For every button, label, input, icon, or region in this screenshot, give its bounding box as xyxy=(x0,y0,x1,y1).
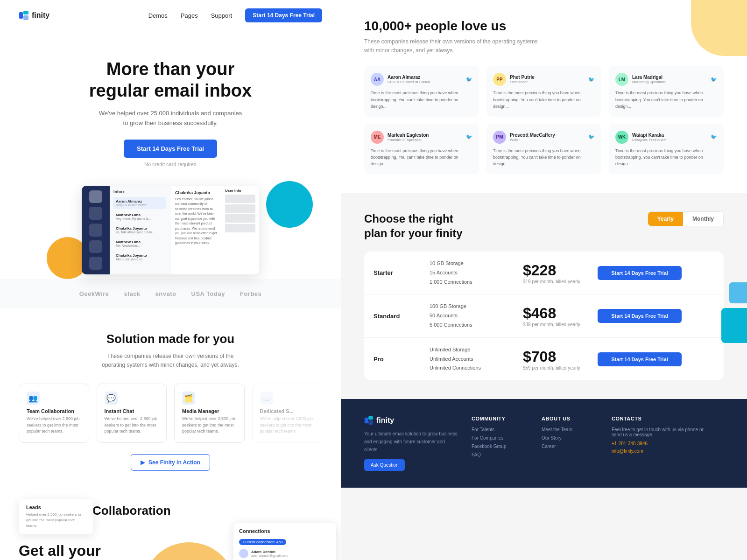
review-card-1-identity: AA Aaron Almaraz CEO & Founder at Gasca xyxy=(371,73,430,86)
plan-standard-cta[interactable]: Start 14 Days Free Trial xyxy=(598,309,682,323)
review-role-6: Designer, Freelancer xyxy=(632,138,667,142)
hero-visual: Inbox Aaron Almaraz Help us launch bette… xyxy=(19,186,322,279)
review-avatar-4: ME xyxy=(371,131,384,144)
reviews-section: 10,000+ people love us These companies r… xyxy=(341,0,747,193)
email-attachments-header: User Info xyxy=(225,189,256,193)
card-2-icon: 💬 xyxy=(105,392,118,405)
twitter-icon-3: 🐦 xyxy=(711,77,717,83)
plan-starter-cta[interactable]: Start 14 Days Free Trial xyxy=(598,266,682,280)
footer-link-career[interactable]: Career xyxy=(542,444,598,449)
collaboration-label: Collaboration xyxy=(92,504,171,518)
footer-phone[interactable]: +1-201-340-3946 xyxy=(612,441,705,446)
plan-pro-price: $708 xyxy=(523,348,598,365)
review-card-2-names: Phet Putrie Freelancer xyxy=(510,75,535,84)
review-card-3-names: Lara Madrigal Marketing Specialist xyxy=(632,75,666,84)
footer-logo-icon xyxy=(364,416,374,425)
leads-card-title: Leads xyxy=(26,504,86,510)
email-item-4: Matthew Lima Re: Newsletter... xyxy=(113,238,166,250)
plan-pro-cta[interactable]: Start 14 Days Free Trial xyxy=(598,352,682,366)
solution-card-4: ☁️ Dedicated S... We've helped over 2,50… xyxy=(252,384,323,443)
pricing-row-starter: Starter 10 GB Storage 15 Accounts 1,000 … xyxy=(364,252,724,294)
review-avatar-6: WK xyxy=(615,131,628,144)
email-item-preview-4: Re: Newsletter... xyxy=(116,244,164,247)
solution-section: Solution made for you These companies re… xyxy=(0,308,341,485)
review-avatar-2: PP xyxy=(493,73,506,86)
review-card-5-names: Prescott MacCaffery Writer xyxy=(510,133,555,142)
review-text-1: Time is the most precious thing you have… xyxy=(371,90,472,110)
footer-description: Your ultimate email solution to grow bus… xyxy=(364,430,458,454)
nav-support[interactable]: Support xyxy=(211,12,233,19)
email-item-name-4: Matthew Lima xyxy=(116,240,164,244)
review-card-2: PP Phet Putrie Freelancer 🐦 Time is the … xyxy=(486,66,601,116)
teal-decoration-2 xyxy=(729,282,747,303)
email-item-name-5: Chakrika Joyanto xyxy=(116,253,164,258)
email-thumb-2 xyxy=(225,204,255,213)
solution-cta: ▶ See Finity in Action xyxy=(19,454,322,471)
starter-feature-1: 10 GB Storage xyxy=(430,259,523,268)
footer-link-faq[interactable]: FAQ xyxy=(472,452,528,457)
left-bottom-section: Leads Helped over 2,500 job seekers to g… xyxy=(0,485,341,560)
review-avatar-1: AA xyxy=(371,73,384,86)
plan-standard-name: Standard xyxy=(374,313,430,320)
pricing-toggle-monthly[interactable]: Monthly xyxy=(683,212,723,226)
footer-ask-button[interactable]: Ask Question xyxy=(364,459,405,471)
review-card-2-identity: PP Phet Putrie Freelancer xyxy=(493,73,535,86)
pricing-toggle: Yearly Monthly xyxy=(648,211,724,226)
review-name-2: Phet Putrie xyxy=(510,75,535,80)
email-item-5: Chakrika Joyanto About our product... xyxy=(113,251,166,263)
hero-cta-button[interactable]: Start 14 Days Free Trial xyxy=(124,140,217,158)
card-1-title: Team Collaboration xyxy=(27,408,81,414)
review-card-1-names: Aaron Almaraz CEO & Founder at Gasca xyxy=(388,75,430,84)
plan-starter-note: $19 per month, billed yearly xyxy=(523,279,598,284)
review-card-6-header: WK Waiapi Karaka Designer, Freelancer 🐦 xyxy=(615,131,717,144)
review-avatar-3: LM xyxy=(615,73,628,86)
footer-email[interactable]: info@finity.com xyxy=(612,448,705,454)
footer-link-story[interactable]: Our Story xyxy=(542,435,598,441)
pricing-header: Choose the right plan for your finity Ye… xyxy=(364,211,724,240)
sidebar-icon-2 xyxy=(89,207,102,220)
footer-link-team[interactable]: Meet the Team xyxy=(542,427,598,432)
nav-cta-button[interactable]: Start 14 Days Free Trial xyxy=(245,8,322,22)
email-item-preview-2: Hey there, My name is... xyxy=(116,217,164,220)
reviews-subtitle: These companies release their own versio… xyxy=(364,37,542,55)
nav-links: Demos Pages Support Start 14 Days Free T… xyxy=(148,8,322,22)
nav-demos[interactable]: Demos xyxy=(148,12,168,19)
footer-link-talents[interactable]: For Talents xyxy=(472,427,528,432)
review-card-5: PM Prescott MacCaffery Writer 🐦 Time is … xyxy=(486,124,601,174)
twitter-icon-1: 🐦 xyxy=(466,77,472,83)
footer-logo-text: finity xyxy=(376,416,394,425)
footer-link-companies[interactable]: For Companies xyxy=(472,435,528,441)
pricing-row-standard: Standard 100 GB Storage 50 Accounts 5,00… xyxy=(364,294,724,337)
email-thumb-3 xyxy=(225,214,255,223)
svg-rect-5 xyxy=(368,420,373,425)
review-name-4: Marleah Eagleston xyxy=(388,133,429,138)
conn-name-1: Adam Denton xyxy=(251,550,288,554)
email-main-body: Hey Partner, You've joined our best comm… xyxy=(175,197,217,246)
review-card-1-header: AA Aaron Almaraz CEO & Founder at Gasca … xyxy=(371,73,472,86)
footer-link-facebook[interactable]: Facebook Group xyxy=(472,444,528,449)
pricing-row-pro: Pro Unlimited Storage Unlimited Accounts… xyxy=(364,338,724,380)
plan-standard-note: $39 per month, billed yearly xyxy=(523,322,598,327)
card-1-icon: 👥 xyxy=(27,392,40,405)
reviews-title: 10,000+ people love us xyxy=(364,19,724,34)
cyan-circle-decoration xyxy=(266,181,313,228)
email-attachments: User Info xyxy=(222,186,259,274)
reviews-grid: AA Aaron Almaraz CEO & Founder at Gasca … xyxy=(364,66,724,174)
plan-pro-name: Pro xyxy=(374,356,430,363)
review-card-3-identity: LM Lara Madrigal Marketing Specialist xyxy=(615,73,666,86)
solution-cta-button[interactable]: ▶ See Finity in Action xyxy=(131,454,210,471)
card-4-icon: ☁️ xyxy=(260,392,273,405)
plan-pro-features: Unlimited Storage Unlimited Accounts Unl… xyxy=(430,345,523,373)
twitter-icon-4: 🐦 xyxy=(466,134,472,140)
svg-rect-1 xyxy=(23,11,28,14)
email-main-header: Chakrika Joyanto xyxy=(175,190,217,195)
card-2-title: Instant Chat xyxy=(105,408,159,414)
conn-avatar-1 xyxy=(239,549,248,558)
review-avatar-5: PM xyxy=(493,131,506,144)
plan-standard-price-block: $468 $39 per month, billed yearly xyxy=(523,305,598,327)
nav-pages[interactable]: Pages xyxy=(181,12,198,19)
pricing-title: Choose the right plan for your finity xyxy=(364,211,463,240)
pricing-toggle-yearly[interactable]: Yearly xyxy=(648,212,683,226)
standard-feature-3: 5,000 Connections xyxy=(430,321,523,330)
navigation: finity Demos Pages Support Start 14 Days… xyxy=(0,0,341,31)
